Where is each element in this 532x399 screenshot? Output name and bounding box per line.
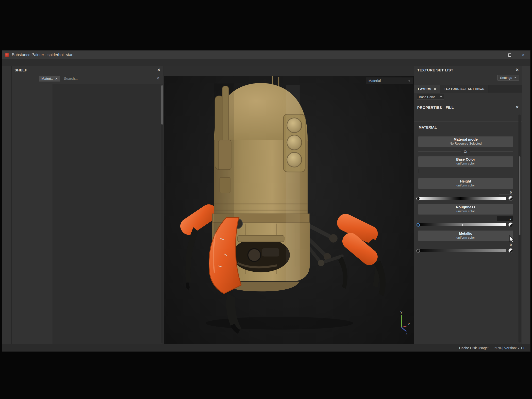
base-color-swatch[interactable] [418,169,513,173]
material-mode-title: Material mode [418,137,513,141]
material-section-label: MATERIAL [419,125,513,129]
layers-tab-label: LAYERS [418,87,431,91]
height-slider[interactable] [418,197,506,200]
slider-center-tick [462,224,463,226]
properties-title: PROPERTIES - FILL [417,105,454,110]
shelf-toolbar: Materi.. ✕ ✕ [12,74,164,83]
roughness-button[interactable]: Roughness uniform color [418,204,513,215]
solo-visibility-icon[interactable] [426,76,431,80]
material-mode-button[interactable]: Material mode No Resource Selected [418,136,513,147]
filter-tag-chip[interactable]: Materi.. ✕ [39,76,60,82]
chevron-down-icon [408,81,410,83]
close-tab-icon[interactable]: ✕ [434,87,436,91]
search-input[interactable] [64,77,154,81]
metallic-subtitle: uniform color [418,236,513,239]
screen: Substance Painter - spiderbot_start ✕ SH… [0,0,532,399]
height-value-field[interactable]: 0 [499,191,513,195]
metallic-slider-handle[interactable] [416,249,420,252]
axis-x-label: X [408,323,410,326]
properties-panel: PROPERTIES - FILL ✕ MATERIAL Material mo… [414,104,522,344]
properties-tabs [414,111,522,121]
shelf-panel: SHELF ✕ Materi.. ✕ ✕ [12,66,164,344]
menu-bar [2,59,530,66]
metallic-button[interactable]: Metallic uniform color [418,231,513,241]
viewport-3d[interactable]: Material [164,66,414,344]
base-color-subtitle: uniform color [418,162,513,165]
material-mode-subtitle: No Resource Selected [418,142,513,145]
texture-set-list-header: TEXTURE SET LIST ✕ [414,66,522,74]
layers-tabbar: LAYERS ✕ TEXTURE SET SETTINGS [414,85,522,93]
axis-y-label: Y [400,310,403,314]
height-button[interactable]: Height uniform color [418,178,513,189]
popout-icon[interactable] [149,68,153,72]
or-divider: Or [418,150,513,153]
clear-search-icon[interactable]: ✕ [156,77,160,81]
remove-tag-icon[interactable]: ✕ [55,77,58,80]
app-logo-icon [5,53,9,57]
filter-tag-label: Materi.. [41,77,53,81]
channel-filter-value: Base Color [419,95,435,99]
roughness-subtitle: uniform color [418,209,513,213]
shelf-scrollbar[interactable] [161,84,163,344]
tab-texture-set-settings[interactable]: TEXTURE SET SETTINGS [440,85,488,93]
height-subtitle: uniform color [418,183,513,187]
popout-icon[interactable] [508,105,512,109]
toggle-all-visibility-icon[interactable] [417,76,422,80]
right-dock: TEXTURE SET LIST ✕ Settings LAYERS [414,66,522,344]
grid-view-toggle-icon[interactable] [152,86,157,91]
roughness-title: Roughness [418,205,513,209]
properties-header: PROPERTIES - FILL ✕ [414,104,522,111]
window-title: Substance Painter - spiderbot_start [12,53,74,57]
shading-mode-value: Material [368,79,381,83]
cache-usage-label: Cache Disk Usage: [459,346,489,350]
title-bar[interactable]: Substance Painter - spiderbot_start ✕ [2,50,530,59]
viewport-toolbar [164,66,414,76]
tools-toolbar [2,66,12,344]
minimize-button[interactable] [489,50,503,59]
base-color-title: Base Color [418,157,513,161]
texture-set-controls: Settings [414,74,522,82]
metallic-value-field[interactable]: 0 [499,243,513,247]
tab-layers[interactable]: LAYERS ✕ [414,85,440,93]
spiderbot-model[interactable] [164,66,414,344]
settings-label: Settings [500,76,512,80]
texture-set-settings-tab-label: TEXTURE SET SETTINGS [444,87,484,91]
channel-filter-dropdown[interactable]: Base Color [417,94,444,100]
roughness-balance-icon[interactable] [508,222,513,227]
popout-icon[interactable] [508,68,512,72]
close-icon[interactable]: ✕ [157,68,161,72]
materials-grid [52,84,161,344]
layers-controls: Base Color [414,93,522,101]
base-color-button[interactable]: Base Color uniform color [418,156,513,167]
filter-ring-icon[interactable] [30,75,37,82]
properties-scrollbar[interactable] [518,115,521,343]
roughness-slider-handle[interactable] [416,223,420,227]
close-button[interactable]: ✕ [516,50,530,59]
height-slider-handle[interactable] [416,197,420,200]
app-window: Substance Painter - spiderbot_start ✕ SH… [2,50,531,352]
roughness-slider[interactable] [418,223,506,226]
roughness-value-field[interactable]: .7 [497,216,513,221]
shading-mode-dropdown[interactable]: Material [366,78,413,84]
mouse-cursor [509,235,515,243]
height-balance-icon[interactable] [508,196,513,201]
metallic-slider[interactable] [418,249,506,252]
shelf-categories [12,83,52,344]
axis-gizmo[interactable]: Y X Z [394,310,410,336]
texture-set-list-title: TEXTURE SET LIST [417,68,453,72]
maximize-button[interactable] [503,50,516,59]
shelf-header: SHELF ✕ [12,66,164,74]
axis-z-label: Z [405,332,408,336]
status-bar: Cache Disk Usage: 59% | Version: 7.1.0 [2,344,530,351]
metallic-title: Metallic [418,232,513,235]
properties-body: MATERIAL Material mode No Resource Selec… [414,121,522,344]
close-icon[interactable]: ✕ [515,105,519,109]
height-title: Height [418,179,513,183]
cache-usage-value: 59% | Version: 7.1.0 [495,346,525,350]
shelf-title: SHELF [15,68,27,72]
settings-dropdown[interactable]: Settings [497,75,519,81]
filter-funnel-icon[interactable] [21,75,28,82]
metallic-balance-icon[interactable] [508,248,513,253]
dock-toolbar [522,66,530,344]
close-icon[interactable]: ✕ [515,68,519,72]
